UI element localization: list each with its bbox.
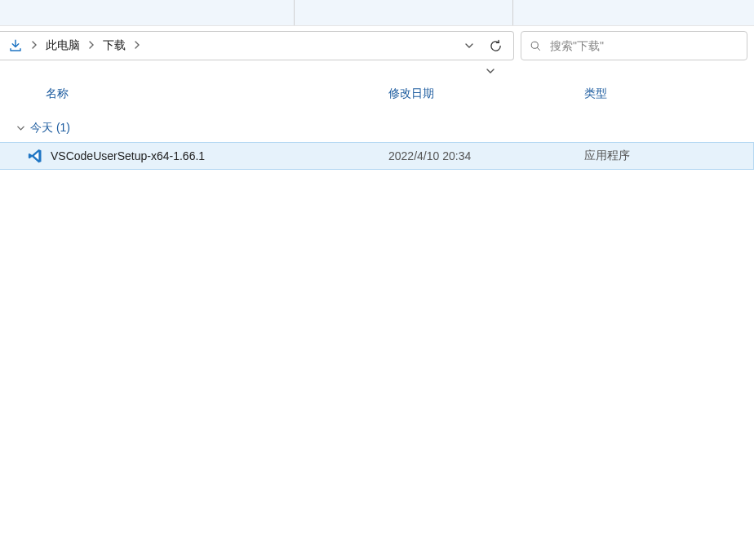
chevron-right-icon — [31, 41, 38, 51]
refresh-button[interactable] — [481, 32, 510, 60]
search-box[interactable] — [521, 31, 747, 60]
column-header-name[interactable]: 名称 — [46, 87, 388, 101]
file-name: VSCodeUserSetup-x64-1.66.1 — [51, 149, 388, 162]
chevron-right-icon — [88, 41, 95, 51]
file-type: 应用程序 — [584, 149, 753, 163]
breadcrumb[interactable]: 此电脑 下载 — [0, 32, 458, 60]
toolbar-dropdown-button[interactable] — [481, 64, 499, 78]
columns-header: 名称 修改日期 类型 — [0, 82, 754, 106]
tabs-bar — [0, 0, 754, 26]
breadcrumb-item-downloads[interactable]: 下载 — [100, 35, 129, 56]
file-row[interactable]: VSCodeUserSetup-x64-1.66.1 2022/4/10 20:… — [0, 142, 754, 170]
address-row: 此电脑 下载 — [0, 26, 754, 65]
group-label: 今天 (1) — [30, 121, 70, 136]
breadcrumb-item-computer[interactable]: 此电脑 — [42, 35, 83, 56]
column-header-type[interactable]: 类型 — [584, 87, 754, 101]
group-header-today[interactable]: 今天 (1) — [0, 114, 754, 142]
address-bar[interactable]: 此电脑 下载 — [0, 31, 514, 60]
search-input[interactable] — [550, 39, 738, 52]
search-icon — [530, 40, 542, 52]
column-header-date[interactable]: 修改日期 — [388, 87, 584, 101]
chevron-right-icon — [134, 41, 140, 51]
chevron-down-icon — [16, 125, 25, 131]
vscode-icon — [26, 147, 44, 165]
history-dropdown[interactable] — [458, 32, 481, 60]
toolbar-toggle-row — [0, 65, 754, 82]
downloads-icon — [7, 38, 24, 53]
file-date: 2022/4/10 20:34 — [388, 149, 584, 162]
